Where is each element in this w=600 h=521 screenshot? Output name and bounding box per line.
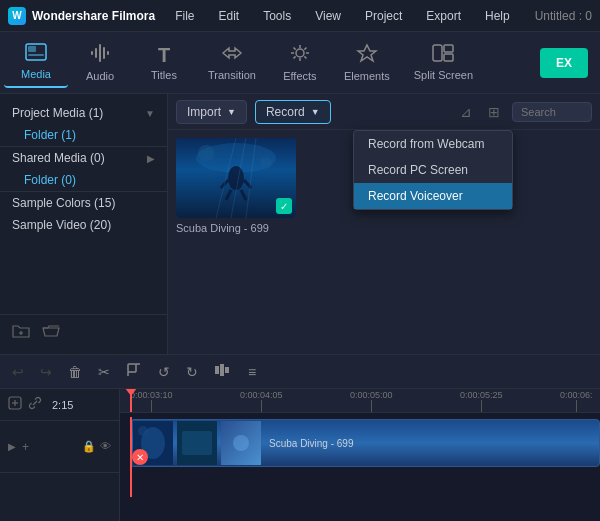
timeline-left-controls: 2:15 xyxy=(0,389,119,421)
grid-icon[interactable]: ⊞ xyxy=(484,102,504,122)
sidebar: Project Media (1) ▼ Folder (1) Shared Me… xyxy=(0,94,168,354)
svg-line-9 xyxy=(304,56,306,58)
sidebar-project-media-label: Project Media (1) xyxy=(12,106,103,120)
cut-button[interactable]: ✂ xyxy=(94,362,114,382)
svg-line-11 xyxy=(293,56,295,58)
sidebar-folder-1-label: Folder (1) xyxy=(24,128,76,142)
sidebar-item-sample-video[interactable]: Sample Video (20) xyxy=(0,214,167,236)
content-toolbar: Import ▼ Record ▼ ⊿ ⊞ xyxy=(168,94,600,130)
toolbar-split-screen[interactable]: Split Screen xyxy=(402,38,485,87)
menu-export[interactable]: Export xyxy=(422,7,465,25)
playhead-arrow xyxy=(125,389,137,396)
svg-rect-44 xyxy=(182,431,212,455)
playhead[interactable] xyxy=(130,389,132,412)
filter-icon[interactable]: ⊿ xyxy=(456,102,476,122)
ruler-tick-1 xyxy=(151,400,152,412)
track-icons: 🔒 👁 xyxy=(82,440,111,453)
redo-button[interactable]: ↪ xyxy=(36,362,56,382)
ruler-mark-4: 0:00:05:25 xyxy=(460,390,503,412)
sidebar-sample-colors-label: Sample Colors (15) xyxy=(12,196,115,210)
record-button[interactable]: Record ▼ xyxy=(255,100,331,124)
track-expand-icon[interactable]: ▶ xyxy=(8,441,16,452)
toolbar-effects[interactable]: Effects xyxy=(268,37,332,88)
menu-help[interactable]: Help xyxy=(481,7,514,25)
sidebar-item-project-media[interactable]: Project Media (1) ▼ xyxy=(0,102,167,124)
menu-edit[interactable]: Edit xyxy=(214,7,243,25)
svg-marker-12 xyxy=(358,45,376,61)
toolbar-titles-label: Titles xyxy=(151,69,177,81)
sidebar-item-folder-0[interactable]: Folder (0) xyxy=(0,169,167,191)
sidebar-item-sample-colors[interactable]: Sample Colors (15) xyxy=(0,192,167,214)
add-track-icon[interactable] xyxy=(8,396,22,413)
menu-bar: File Edit Tools View Project Export Help xyxy=(171,7,514,25)
svg-point-20 xyxy=(198,145,214,161)
toolbar-media[interactable]: Media xyxy=(4,37,68,88)
title-bar: W Wondershare Filmora File Edit Tools Vi… xyxy=(0,0,600,32)
clip-label: Scuba Diving - 699 xyxy=(263,438,360,449)
media-icon xyxy=(25,43,47,64)
timeline-track-area: 2:15 ▶ + 🔒 👁 0:00:03:10 xyxy=(0,389,600,521)
toolbar-elements[interactable]: Elements xyxy=(332,37,402,88)
undo-button[interactable]: ↩ xyxy=(8,362,28,382)
rotate-left-button[interactable]: ↺ xyxy=(154,362,174,382)
toolbar-media-label: Media xyxy=(21,68,51,80)
svg-line-10 xyxy=(304,48,306,50)
sidebar-item-folder-1[interactable]: Folder (1) xyxy=(0,124,167,146)
app-name: Wondershare Filmora xyxy=(32,9,155,23)
link-icon[interactable] xyxy=(28,396,42,413)
dropdown-item-webcam[interactable]: Record from Webcam xyxy=(354,131,512,157)
menu-view[interactable]: View xyxy=(311,7,345,25)
folder-open-icon[interactable] xyxy=(42,323,60,343)
svg-rect-15 xyxy=(444,54,453,61)
track-label-video: ▶ + 🔒 👁 xyxy=(0,421,119,473)
ruler-mark-5: 0:00:06: xyxy=(560,390,593,412)
toolbar-effects-label: Effects xyxy=(283,70,316,82)
effects-icon xyxy=(289,43,311,66)
audio-button[interactable] xyxy=(210,360,236,383)
rotate-right-button[interactable]: ↻ xyxy=(182,362,202,382)
search-input[interactable] xyxy=(512,102,592,122)
timeline-left-panel: 2:15 ▶ + 🔒 👁 xyxy=(0,389,120,521)
menu-file[interactable]: File xyxy=(171,7,198,25)
timeline-tracks: Scuba Diving - 699 ✕ xyxy=(120,417,600,497)
ruler-tick-2 xyxy=(261,400,262,412)
main-area: Project Media (1) ▼ Folder (1) Shared Me… xyxy=(0,94,600,354)
toolbar-transition-label: Transition xyxy=(208,69,256,81)
toolbar-audio-label: Audio xyxy=(86,70,114,82)
crop-button[interactable] xyxy=(122,360,146,383)
delete-button[interactable]: 🗑 xyxy=(64,362,86,382)
dropdown-item-screen[interactable]: Record PC Screen xyxy=(354,157,512,183)
svg-point-46 xyxy=(233,435,249,451)
video-clip[interactable]: Scuba Diving - 699 xyxy=(130,419,600,467)
toolbar-transition[interactable]: Transition xyxy=(196,38,268,87)
clip-thumbnail-2 xyxy=(177,421,217,465)
track-lock-icon[interactable]: 🔒 xyxy=(82,440,96,453)
ruler-mark-3: 0:00:05:00 xyxy=(350,390,393,412)
track-add-icon[interactable]: + xyxy=(22,440,29,454)
time-display: 2:15 xyxy=(52,399,73,411)
svg-point-42 xyxy=(138,426,148,436)
new-folder-icon[interactable] xyxy=(12,323,30,343)
svg-rect-35 xyxy=(220,364,224,376)
svg-rect-2 xyxy=(28,54,44,56)
window-title: Untitled : 0 xyxy=(535,9,592,23)
media-check-mark: ✓ xyxy=(276,198,292,214)
toolbar-elements-label: Elements xyxy=(344,70,390,82)
toolbar-titles[interactable]: T Titles xyxy=(132,39,196,87)
clip-end-marker: ✕ xyxy=(132,449,148,465)
sidebar-section-project: Project Media (1) ▼ Folder (1) xyxy=(0,102,167,147)
sidebar-item-shared-media[interactable]: Shared Media (0) ▶ xyxy=(0,147,167,169)
transition-icon xyxy=(221,44,243,65)
menu-project[interactable]: Project xyxy=(361,7,406,25)
dropdown-item-voiceover[interactable]: Record Voiceover xyxy=(354,183,512,209)
media-item-scuba[interactable]: ✓ Scuba Diving - 699 xyxy=(176,138,296,234)
track-eye-icon[interactable]: 👁 xyxy=(100,440,111,453)
more-button[interactable]: ≡ xyxy=(244,362,260,382)
toolbar-audio[interactable]: Audio xyxy=(68,37,132,88)
sidebar-shared-media-label: Shared Media (0) xyxy=(12,151,105,165)
media-thumbnail: ✓ xyxy=(176,138,296,218)
menu-tools[interactable]: Tools xyxy=(259,7,295,25)
import-button[interactable]: Import ▼ xyxy=(176,100,247,124)
export-button[interactable]: EX xyxy=(540,48,588,78)
ruler-tick-5 xyxy=(576,400,577,412)
